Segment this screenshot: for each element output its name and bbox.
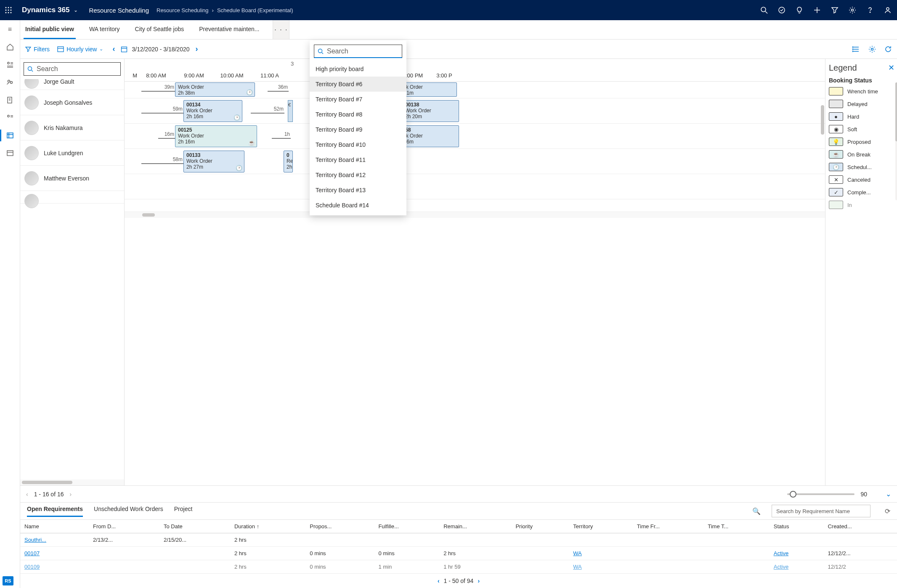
col-proposed[interactable]: Propos... xyxy=(305,520,374,533)
booking-card[interactable]: Work Order 2h 38m 🕑 xyxy=(175,82,255,97)
timeline-row[interactable]: 39m Work Order 2h 38m 🕑 36m Work Order 2… xyxy=(125,82,825,98)
timeline-row[interactable]: 59m 00134 Work Order 2h 16m 🕑 52m € 3m 0… xyxy=(125,98,825,124)
dropdown-option[interactable]: Territory Board #7 xyxy=(310,92,406,107)
timeline-row[interactable] xyxy=(125,199,825,212)
dropdown-option[interactable]: Territory Board #10 xyxy=(310,137,406,152)
app-launcher-icon[interactable] xyxy=(5,7,19,13)
people-list-icon[interactable] xyxy=(5,60,15,70)
tab-seattle-jobs[interactable]: City of Seattle jobs xyxy=(133,20,186,39)
status-link[interactable]: Active xyxy=(774,564,788,570)
col-timeto[interactable]: Time T... xyxy=(703,520,769,533)
calendar-icon[interactable] xyxy=(121,46,127,53)
col-timefrom[interactable]: Time Fr... xyxy=(633,520,703,533)
close-icon[interactable]: ✕ xyxy=(888,63,894,72)
resource-row[interactable] xyxy=(20,191,124,204)
people-list2-icon[interactable] xyxy=(5,113,15,123)
resource-row[interactable]: Matthew Everson xyxy=(20,166,124,191)
resource-row[interactable]: Jorge Gault xyxy=(20,79,124,90)
gear-icon[interactable] xyxy=(868,45,876,53)
plus-icon[interactable] xyxy=(813,6,821,14)
help-icon[interactable] xyxy=(866,6,874,14)
rs-badge[interactable]: RS xyxy=(3,576,13,585)
zoom-slider[interactable] xyxy=(787,493,855,495)
req-name-link[interactable]: Southri... xyxy=(24,537,46,543)
next-range-button[interactable]: › xyxy=(194,45,200,53)
tab-overflow-button[interactable]: · · · xyxy=(273,20,289,39)
search-icon[interactable] xyxy=(760,6,768,14)
tab-open-requirements[interactable]: Open Requirements xyxy=(27,506,83,517)
booking-card[interactable]: 00125 Work Order 2h 16m ☕ xyxy=(175,125,257,147)
breadcrumb-current[interactable]: Schedule Board (Experimental) xyxy=(217,7,293,13)
status-link[interactable]: Active xyxy=(774,550,788,556)
tab-initial-public-view[interactable]: Initial public view xyxy=(24,20,76,39)
chevron-down-icon[interactable]: ⌄ xyxy=(74,7,78,13)
col-name[interactable]: Name xyxy=(20,520,89,533)
app-area[interactable]: Resource Scheduling xyxy=(89,7,149,14)
req-name-link[interactable]: 00107 xyxy=(24,550,40,556)
col-priority[interactable]: Priority xyxy=(511,520,569,533)
requirement-search-input[interactable]: Search by Requirement Name xyxy=(772,505,870,517)
resource-scrollbar[interactable] xyxy=(20,479,124,485)
booking-card-edge[interactable]: 0 Re 2h xyxy=(284,151,293,172)
home-icon[interactable] xyxy=(5,42,15,52)
lightbulb-icon[interactable] xyxy=(795,6,804,14)
resource-search-input[interactable]: Search xyxy=(24,62,121,76)
timeline-row[interactable] xyxy=(125,174,825,199)
person-icon[interactable] xyxy=(884,6,892,14)
col-to[interactable]: To Date xyxy=(159,520,230,533)
col-remaining[interactable]: Remain... xyxy=(439,520,511,533)
resource-row[interactable]: Kris Nakamura xyxy=(20,115,124,140)
document-icon[interactable] xyxy=(5,95,15,105)
grid-row[interactable]: Southri... 2/13/2... 2/15/20... 2 hrs xyxy=(20,533,897,547)
task-icon[interactable] xyxy=(778,6,786,14)
dropdown-option[interactable]: Territory Board #9 xyxy=(310,122,406,137)
settings-icon[interactable] xyxy=(848,6,857,14)
refresh-icon[interactable]: ⟳ xyxy=(885,507,890,515)
breadcrumb-root[interactable]: Resource Scheduling xyxy=(157,7,209,13)
next-page-button[interactable]: › xyxy=(70,491,72,498)
booking-card[interactable]: 00133 Work Order 2h 27m 🕑 xyxy=(183,151,244,172)
legend-scrollbar[interactable] xyxy=(895,82,897,200)
dropdown-option[interactable]: Schedule Board #14 xyxy=(310,198,406,213)
filters-button[interactable]: Filters xyxy=(25,46,50,53)
tab-preventative[interactable]: Preventative mainten... xyxy=(197,20,261,39)
col-from[interactable]: From D... xyxy=(89,520,159,533)
refresh-icon[interactable] xyxy=(884,45,892,53)
dropdown-option[interactable]: Territory Board #12 xyxy=(310,167,406,183)
hamburger-icon[interactable]: ≡ xyxy=(5,24,15,34)
prev-page-button[interactable]: ‹ xyxy=(26,491,28,498)
booking-card[interactable]: 00138 Work Order 2h 20m xyxy=(402,100,459,122)
timeline-row[interactable]: 16m 00125 Work Order 2h 16m ☕ 1h 00158 W… xyxy=(125,124,825,149)
resource-row[interactable]: Luke Lundgren xyxy=(20,140,124,166)
tab-wa-territory[interactable]: WA territory xyxy=(88,20,122,39)
tab-unscheduled[interactable]: Unscheduled Work Orders xyxy=(94,506,163,517)
filter-icon[interactable] xyxy=(831,6,839,14)
timeline-vscroll[interactable] xyxy=(821,105,824,135)
col-territory[interactable]: Territory xyxy=(569,520,633,533)
col-created[interactable]: Created... xyxy=(823,520,897,533)
timeline-row[interactable]: 58m 00133 Work Order 2h 27m 🕑 0 Re 2h xyxy=(125,149,825,174)
col-duration[interactable]: Duration ↑ xyxy=(230,520,305,533)
schedule-board-icon[interactable] xyxy=(5,130,15,140)
territory-link[interactable]: WA xyxy=(573,564,581,570)
dropdown-search[interactable]: Search xyxy=(314,45,402,58)
dropdown-option[interactable]: High priority board xyxy=(310,61,406,77)
view-mode-button[interactable]: Hourly view ⌄ xyxy=(57,46,103,53)
tab-project[interactable]: Project xyxy=(174,506,193,517)
booking-card[interactable]: 00134 Work Order 2h 16m 🕑 xyxy=(183,100,242,122)
booking-card-edge[interactable]: € xyxy=(288,100,293,122)
dropdown-option[interactable]: Territory Board #11 xyxy=(310,152,406,167)
calendar-icon[interactable] xyxy=(5,148,15,158)
grid-row[interactable]: 00107 2 hrs 0 mins 0 mins 2 hrs WA Activ… xyxy=(20,547,897,560)
prev-range-button[interactable]: ‹ xyxy=(111,45,117,53)
brand-title[interactable]: Dynamics 365 xyxy=(22,6,69,14)
territory-link[interactable]: WA xyxy=(573,550,581,556)
resource-row[interactable]: Joseph Gonsalves xyxy=(20,90,124,115)
team-icon[interactable] xyxy=(5,77,15,87)
date-range-text[interactable]: 3/12/2020 - 3/18/2020 xyxy=(132,46,189,53)
dropdown-option[interactable]: Territory Board #13 xyxy=(310,183,406,198)
dropdown-option[interactable]: Territory Board #8 xyxy=(310,107,406,122)
slider-knob[interactable] xyxy=(790,491,796,498)
search-icon[interactable]: 🔍 xyxy=(752,507,761,515)
req-name-link[interactable]: 00109 xyxy=(24,564,40,570)
